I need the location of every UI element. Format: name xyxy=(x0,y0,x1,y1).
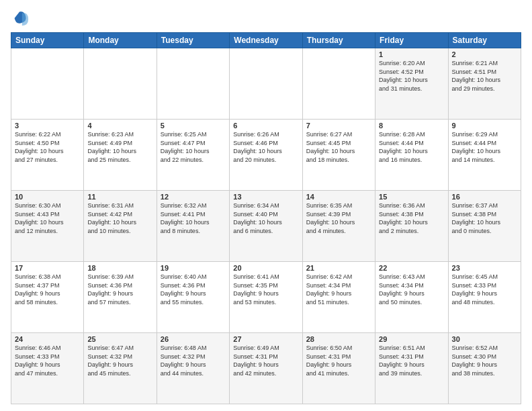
calendar-cell: 12Sunrise: 6:32 AM Sunset: 4:41 PM Dayli… xyxy=(157,191,229,262)
weekday-header-sunday: Sunday xyxy=(11,33,84,48)
day-info: Sunrise: 6:49 AM Sunset: 4:31 PM Dayligh… xyxy=(233,344,298,377)
logo xyxy=(11,8,32,27)
day-number: 3 xyxy=(15,122,80,130)
calendar-cell: 20Sunrise: 6:41 AM Sunset: 4:35 PM Dayli… xyxy=(230,262,302,333)
calendar-cell: 28Sunrise: 6:50 AM Sunset: 4:31 PM Dayli… xyxy=(302,333,375,404)
calendar-cell: 4Sunrise: 6:23 AM Sunset: 4:49 PM Daylig… xyxy=(84,120,157,191)
day-number: 23 xyxy=(452,264,517,272)
calendar-week-4: 17Sunrise: 6:38 AM Sunset: 4:37 PM Dayli… xyxy=(11,262,521,333)
day-number: 22 xyxy=(379,264,444,272)
day-info: Sunrise: 6:47 AM Sunset: 4:32 PM Dayligh… xyxy=(87,344,152,377)
logo-icon xyxy=(11,8,30,27)
day-info: Sunrise: 6:34 AM Sunset: 4:40 PM Dayligh… xyxy=(233,201,298,235)
day-info: Sunrise: 6:20 AM Sunset: 4:52 PM Dayligh… xyxy=(379,59,444,93)
day-info: Sunrise: 6:35 AM Sunset: 4:39 PM Dayligh… xyxy=(306,201,371,235)
calendar-cell: 30Sunrise: 6:52 AM Sunset: 4:30 PM Dayli… xyxy=(448,333,521,404)
day-info: Sunrise: 6:25 AM Sunset: 4:47 PM Dayligh… xyxy=(161,130,226,164)
day-number: 12 xyxy=(161,193,226,201)
day-info: Sunrise: 6:32 AM Sunset: 4:41 PM Dayligh… xyxy=(161,201,226,235)
day-info: Sunrise: 6:29 AM Sunset: 4:44 PM Dayligh… xyxy=(452,130,517,164)
calendar-cell xyxy=(84,48,157,120)
day-number: 6 xyxy=(233,122,298,130)
day-number: 21 xyxy=(306,264,371,272)
day-info: Sunrise: 6:50 AM Sunset: 4:31 PM Dayligh… xyxy=(306,344,371,377)
day-number: 29 xyxy=(379,335,444,343)
day-info: Sunrise: 6:28 AM Sunset: 4:44 PM Dayligh… xyxy=(379,130,444,164)
day-info: Sunrise: 6:51 AM Sunset: 4:31 PM Dayligh… xyxy=(379,344,444,377)
calendar-cell: 13Sunrise: 6:34 AM Sunset: 4:40 PM Dayli… xyxy=(230,191,302,262)
calendar-cell: 23Sunrise: 6:45 AM Sunset: 4:33 PM Dayli… xyxy=(448,262,521,333)
day-info: Sunrise: 6:30 AM Sunset: 4:43 PM Dayligh… xyxy=(15,201,80,235)
calendar-cell: 3Sunrise: 6:22 AM Sunset: 4:50 PM Daylig… xyxy=(11,120,84,191)
weekday-header-saturday: Saturday xyxy=(448,33,521,48)
day-number: 26 xyxy=(161,335,226,343)
day-info: Sunrise: 6:26 AM Sunset: 4:46 PM Dayligh… xyxy=(233,130,298,164)
page: SundayMondayTuesdayWednesdayThursdayFrid… xyxy=(0,0,532,411)
weekday-header-row: SundayMondayTuesdayWednesdayThursdayFrid… xyxy=(11,33,521,48)
calendar-cell: 6Sunrise: 6:26 AM Sunset: 4:46 PM Daylig… xyxy=(230,120,302,191)
day-info: Sunrise: 6:31 AM Sunset: 4:42 PM Dayligh… xyxy=(87,201,152,235)
calendar-cell: 10Sunrise: 6:30 AM Sunset: 4:43 PM Dayli… xyxy=(11,191,84,262)
day-info: Sunrise: 6:40 AM Sunset: 4:36 PM Dayligh… xyxy=(161,273,226,306)
day-number: 27 xyxy=(233,335,298,343)
day-info: Sunrise: 6:43 AM Sunset: 4:34 PM Dayligh… xyxy=(379,273,444,306)
calendar-cell: 26Sunrise: 6:48 AM Sunset: 4:32 PM Dayli… xyxy=(157,333,229,404)
day-number: 15 xyxy=(379,193,444,201)
day-number: 10 xyxy=(15,193,80,201)
day-info: Sunrise: 6:27 AM Sunset: 4:45 PM Dayligh… xyxy=(306,130,371,164)
calendar-cell: 16Sunrise: 6:37 AM Sunset: 4:38 PM Dayli… xyxy=(448,191,521,262)
calendar-week-2: 3Sunrise: 6:22 AM Sunset: 4:50 PM Daylig… xyxy=(11,120,521,191)
day-number: 24 xyxy=(15,335,80,343)
calendar-cell: 25Sunrise: 6:47 AM Sunset: 4:32 PM Dayli… xyxy=(84,333,157,404)
day-info: Sunrise: 6:52 AM Sunset: 4:30 PM Dayligh… xyxy=(452,344,517,377)
calendar-cell: 18Sunrise: 6:39 AM Sunset: 4:36 PM Dayli… xyxy=(84,262,157,333)
day-number: 30 xyxy=(452,335,517,343)
day-info: Sunrise: 6:22 AM Sunset: 4:50 PM Dayligh… xyxy=(15,130,80,164)
calendar-table: SundayMondayTuesdayWednesdayThursdayFrid… xyxy=(11,32,521,404)
calendar-cell: 5Sunrise: 6:25 AM Sunset: 4:47 PM Daylig… xyxy=(157,120,229,191)
calendar-cell: 8Sunrise: 6:28 AM Sunset: 4:44 PM Daylig… xyxy=(375,120,448,191)
day-number: 20 xyxy=(233,264,298,272)
day-number: 13 xyxy=(233,193,298,201)
day-number: 19 xyxy=(161,264,226,272)
calendar-cell: 11Sunrise: 6:31 AM Sunset: 4:42 PM Dayli… xyxy=(84,191,157,262)
calendar-cell: 7Sunrise: 6:27 AM Sunset: 4:45 PM Daylig… xyxy=(302,120,375,191)
weekday-header-wednesday: Wednesday xyxy=(230,33,302,48)
day-number: 17 xyxy=(15,264,80,272)
day-info: Sunrise: 6:21 AM Sunset: 4:51 PM Dayligh… xyxy=(452,59,517,93)
day-info: Sunrise: 6:37 AM Sunset: 4:38 PM Dayligh… xyxy=(452,201,517,235)
day-number: 4 xyxy=(87,122,152,130)
day-info: Sunrise: 6:46 AM Sunset: 4:33 PM Dayligh… xyxy=(15,344,80,377)
calendar-cell xyxy=(157,48,229,120)
weekday-header-tuesday: Tuesday xyxy=(157,33,229,48)
calendar-cell: 22Sunrise: 6:43 AM Sunset: 4:34 PM Dayli… xyxy=(375,262,448,333)
day-number: 25 xyxy=(87,335,152,343)
day-number: 1 xyxy=(379,50,444,58)
day-info: Sunrise: 6:41 AM Sunset: 4:35 PM Dayligh… xyxy=(233,273,298,306)
day-number: 16 xyxy=(452,193,517,201)
day-number: 28 xyxy=(306,335,371,343)
day-info: Sunrise: 6:42 AM Sunset: 4:34 PM Dayligh… xyxy=(306,273,371,306)
calendar-cell: 15Sunrise: 6:36 AM Sunset: 4:38 PM Dayli… xyxy=(375,191,448,262)
calendar-cell: 27Sunrise: 6:49 AM Sunset: 4:31 PM Dayli… xyxy=(230,333,302,404)
day-number: 5 xyxy=(161,122,226,130)
day-number: 9 xyxy=(452,122,517,130)
calendar-cell xyxy=(11,48,84,120)
weekday-header-thursday: Thursday xyxy=(302,33,375,48)
weekday-header-friday: Friday xyxy=(375,33,448,48)
calendar-cell: 2Sunrise: 6:21 AM Sunset: 4:51 PM Daylig… xyxy=(448,48,521,120)
day-number: 14 xyxy=(306,193,371,201)
day-info: Sunrise: 6:38 AM Sunset: 4:37 PM Dayligh… xyxy=(15,273,80,306)
calendar-cell: 29Sunrise: 6:51 AM Sunset: 4:31 PM Dayli… xyxy=(375,333,448,404)
day-info: Sunrise: 6:23 AM Sunset: 4:49 PM Dayligh… xyxy=(87,130,152,164)
day-info: Sunrise: 6:45 AM Sunset: 4:33 PM Dayligh… xyxy=(452,273,517,306)
weekday-header-monday: Monday xyxy=(84,33,157,48)
day-info: Sunrise: 6:48 AM Sunset: 4:32 PM Dayligh… xyxy=(161,344,226,377)
calendar-week-3: 10Sunrise: 6:30 AM Sunset: 4:43 PM Dayli… xyxy=(11,191,521,262)
day-number: 2 xyxy=(452,50,517,58)
calendar-cell: 19Sunrise: 6:40 AM Sunset: 4:36 PM Dayli… xyxy=(157,262,229,333)
calendar-cell xyxy=(230,48,302,120)
day-info: Sunrise: 6:36 AM Sunset: 4:38 PM Dayligh… xyxy=(379,201,444,235)
header xyxy=(11,8,521,27)
calendar-cell: 24Sunrise: 6:46 AM Sunset: 4:33 PM Dayli… xyxy=(11,333,84,404)
